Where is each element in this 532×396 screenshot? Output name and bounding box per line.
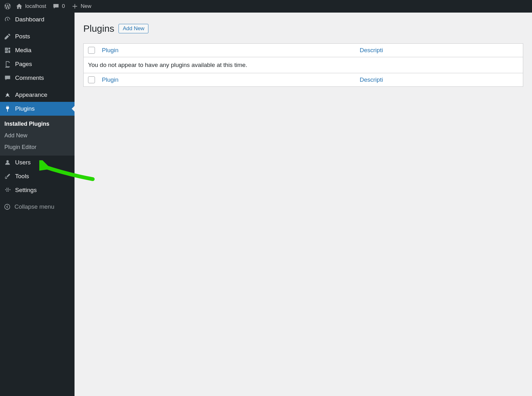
plugins-submenu: Installed Plugins Add New Plugin Editor	[0, 116, 75, 156]
menu-label: Plugins	[15, 105, 35, 112]
col-header-plugin[interactable]: Plugin	[102, 47, 360, 54]
toolbar-new-label: New	[81, 3, 91, 9]
comment-icon	[53, 3, 59, 10]
svg-point-0	[5, 204, 10, 210]
add-new-button[interactable]: Add New	[119, 24, 148, 33]
appearance-icon	[4, 91, 11, 99]
menu-item-pages[interactable]: Pages	[0, 57, 75, 71]
select-all-checkbox-top[interactable]	[88, 47, 95, 54]
collapse-menu[interactable]: Collapse menu	[0, 200, 75, 213]
page-title: Plugins	[83, 23, 114, 34]
plugins-icon	[4, 105, 11, 113]
home-icon	[16, 3, 23, 10]
col-footer-description[interactable]: Descripti	[360, 76, 518, 83]
table-footer-row: Plugin Descripti	[84, 73, 523, 86]
toolbar-comments-count: 0	[62, 3, 65, 9]
col-header-description[interactable]: Descripti	[360, 47, 518, 54]
menu-item-posts[interactable]: Posts	[0, 30, 75, 43]
plus-icon	[71, 3, 78, 10]
menu-label: Tools	[15, 173, 29, 180]
toolbar-site-link[interactable]: localhost	[13, 0, 49, 13]
submenu-installed-plugins[interactable]: Installed Plugins	[0, 118, 75, 130]
dashboard-icon	[4, 16, 11, 23]
toolbar-new[interactable]: New	[68, 0, 95, 13]
pages-icon	[4, 60, 11, 68]
media-icon	[4, 47, 11, 54]
admin-sidebar: Dashboard Posts Media Pages Comments App…	[0, 13, 75, 396]
collapse-label: Collapse menu	[14, 203, 54, 210]
menu-item-comments[interactable]: Comments	[0, 71, 75, 86]
menu-label: Pages	[15, 61, 32, 68]
menu-label: Media	[15, 47, 31, 54]
menu-item-users[interactable]: Users	[0, 156, 75, 169]
menu-label: Dashboard	[15, 16, 44, 23]
menu-label: Posts	[15, 33, 30, 40]
menu-label: Users	[15, 159, 31, 166]
comments-icon	[4, 74, 11, 82]
plugins-table: Plugin Descripti You do not appear to ha…	[83, 43, 523, 87]
menu-item-tools[interactable]: Tools	[0, 169, 75, 183]
menu-item-settings[interactable]: Settings	[0, 183, 75, 198]
toolbar-comments[interactable]: 0	[49, 0, 68, 13]
menu-label: Settings	[15, 187, 37, 194]
collapse-icon	[4, 203, 11, 210]
settings-icon	[4, 186, 11, 194]
submenu-add-new[interactable]: Add New	[0, 130, 75, 141]
menu-item-media[interactable]: Media	[0, 43, 75, 57]
menu-item-plugins[interactable]: Plugins	[0, 102, 75, 116]
page-header: Plugins Add New	[83, 16, 523, 43]
col-footer-plugin[interactable]: Plugin	[102, 76, 360, 83]
toolbar-site-name: localhost	[25, 3, 46, 9]
admin-toolbar: localhost 0 New	[0, 0, 532, 13]
posts-icon	[4, 33, 11, 40]
select-all-checkbox-bottom[interactable]	[88, 76, 95, 83]
table-header-row: Plugin Descripti	[84, 44, 523, 57]
submenu-plugin-editor[interactable]: Plugin Editor	[0, 141, 75, 153]
users-icon	[4, 159, 11, 166]
menu-item-appearance[interactable]: Appearance	[0, 88, 75, 102]
content-area: Plugins Add New Plugin Descripti You do …	[75, 13, 532, 396]
menu-label: Comments	[15, 74, 44, 81]
menu-item-dashboard[interactable]: Dashboard	[0, 13, 75, 28]
menu-label: Appearance	[15, 91, 47, 98]
table-empty-message: You do not appear to have any plugins av…	[84, 57, 523, 73]
wordpress-logo[interactable]	[3, 0, 13, 13]
tools-icon	[4, 173, 11, 180]
